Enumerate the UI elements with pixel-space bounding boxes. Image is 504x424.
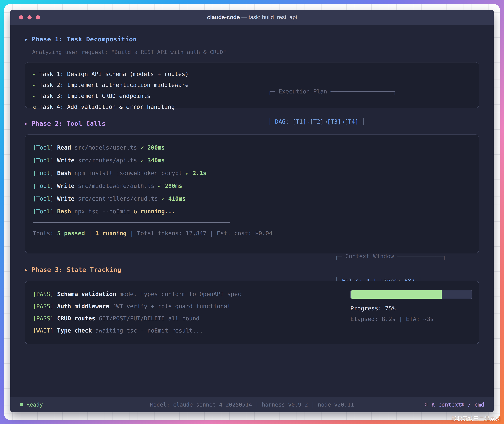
progress-elapsed: Elapsed: 8.2s | ETA: ~3s (350, 316, 472, 322)
title-bar: claude-code — task: build_rest_api (10, 10, 494, 25)
tools-summary-rest: | Total tokens: 12,847 | Est. cost: $0.0… (127, 230, 273, 237)
status-bar: Ready Model: claude-sonnet-4-20250514 | … (10, 397, 494, 412)
tool-result: ↻ running... (134, 208, 175, 215)
execution-plan-top-border: ┌─ Execution Plan ──────────────────┐ (268, 87, 396, 96)
tool-name: Write (57, 157, 74, 164)
terminal-content: ▶ Phase 1: Task Decomposition Analyzing … (10, 25, 494, 397)
check-status-tag: [WAIT] (33, 327, 54, 334)
check-detail: JWT verify + role guard functional (113, 303, 231, 310)
task-decomposition-panel: ✓Task 1: Design API schema (models + rou… (25, 62, 479, 108)
phase1-heading-label: Phase 1: Task Decomposition (32, 36, 137, 43)
tool-args: src/middleware/auth.ts (78, 182, 154, 189)
check-detail: awaiting tsc --noEmit result... (95, 327, 203, 334)
tool-tag: [Tool] (33, 208, 54, 215)
state-tracking-panel: [PASS] Schema validation model types con… (25, 281, 479, 344)
tool-call-row: [Tool] Read src/models/user.ts ✓ 200ms (33, 141, 479, 154)
tool-name: Bash (57, 208, 71, 215)
shortcut-cmd: ⌘ / cmd (461, 401, 484, 408)
tool-result: ✓ 280ms (158, 182, 182, 189)
window-minimize-button[interactable] (27, 15, 32, 19)
check-row: [WAIT] Type check awaiting tsc --noEmit … (33, 324, 479, 337)
check-name: Schema validation (57, 291, 116, 297)
progress-label: Progress: 75% (350, 305, 472, 312)
divider-line (33, 222, 230, 223)
check-status-tag: [PASS] (33, 303, 54, 310)
window-title: claude-code — task: build_rest_api (10, 14, 494, 20)
terminal-window: claude-code — task: build_rest_api ▶ Pha… (10, 10, 494, 412)
task-row: ✓Task 3: Implement CRUD endpoints (33, 90, 479, 101)
watermark-text: 版权沉默王二是条狗 (451, 415, 501, 423)
execution-plan-dag-line: │ DAG: [T1]→[T2]→[T3]→[T4] │ (268, 117, 396, 127)
phase2-heading: ▶ Phase 2: Tool Calls (25, 120, 479, 127)
phase1-heading: ▶ Phase 1: Task Decomposition (25, 36, 479, 43)
status-model-info: Model: claude-sonnet-4-20250514 | harnes… (10, 401, 494, 408)
task-status-icon: ✓ (33, 82, 36, 88)
task-label: Task 4: Add validation & error handling (39, 104, 175, 110)
tool-call-row: [Tool] Bash npm install jsonwebtoken bcr… (33, 167, 479, 180)
tool-tag: [Tool] (33, 144, 54, 151)
dag-value: DAG: [T1]→[T2]→[T3]→[T4] (272, 118, 362, 125)
tool-call-row: [Tool] Write src/middleware/auth.ts ✓ 28… (33, 180, 479, 192)
app-name: claude-code (207, 14, 240, 20)
task-status-icon: ↻ (33, 104, 36, 110)
tool-name: Write (57, 182, 74, 189)
task-status-icon: ✓ (33, 93, 36, 99)
task-row: ↻Task 4: Add validation & error handling (33, 101, 479, 112)
check-detail: GET/POST/PUT/DELETE all bound (99, 315, 200, 322)
tool-tag: [Tool] (33, 182, 54, 189)
progress-group: Progress: 75% Elapsed: 8.2s | ETA: ~3s (350, 290, 472, 322)
tool-args: npx tsc --noEmit (74, 208, 130, 215)
check-status-tag: [PASS] (33, 315, 54, 322)
check-name: Auth middleware (57, 303, 109, 310)
tool-call-row: [Tool] Write src/routes/api.ts ✓ 340ms (33, 154, 479, 167)
tool-result: ✓ 340ms (140, 157, 165, 164)
check-status-tag: [PASS] (33, 291, 54, 297)
tool-name: Bash (57, 170, 71, 176)
progress-bar-fill (351, 290, 442, 299)
check-detail: model types conform to OpenAPI spec (120, 291, 241, 297)
check-name: Type check (57, 327, 92, 334)
tool-result: ✓ 200ms (140, 144, 165, 151)
tool-tag: [Tool] (33, 157, 54, 164)
tool-name: Write (57, 195, 74, 202)
tool-tag: [Tool] (33, 195, 54, 202)
keyboard-shortcuts: ⌘ K context⌘ / cmd (425, 401, 484, 408)
window-close-button[interactable] (19, 15, 23, 19)
tool-args: npm install jsonwebtoken bcrypt (74, 170, 182, 176)
tool-call-list: [Tool] Read src/models/user.ts ✓ 200ms [… (25, 135, 479, 218)
tool-tag: [Tool] (33, 170, 54, 176)
task-label: Task 3: Implement CRUD endpoints (39, 93, 151, 99)
check-name: CRUD routes (57, 315, 95, 322)
task-status-icon: ✓ (33, 71, 36, 77)
task-row: ✓Task 2: Implement authentication middle… (33, 80, 479, 90)
tool-call-row: [Tool] Bash npx tsc --noEmit ↻ running..… (33, 205, 479, 218)
tools-running-count: 1 running (95, 230, 127, 237)
task-name: — task: build_rest_api (240, 14, 297, 20)
tools-passed-count: 5 passed (57, 230, 85, 237)
tool-args: src/routes/api.ts (78, 157, 137, 164)
window-controls (19, 10, 40, 25)
task-list: ✓Task 1: Design API schema (models + rou… (25, 62, 479, 112)
phase1-subtitle: Analyzing user request: "Build a REST AP… (32, 49, 479, 55)
task-label: Task 2: Implement authentication middlew… (39, 82, 189, 88)
tool-name: Read (57, 144, 71, 151)
triangle-marker-icon: ▶ (25, 37, 28, 42)
tool-result: ✓ 410ms (161, 195, 186, 202)
shortcut-context: ⌘ K context (425, 401, 461, 408)
triangle-marker-icon: ▶ (25, 267, 28, 272)
phase2-heading-label: Phase 2: Tool Calls (32, 120, 106, 127)
context-window-top-border: ┌─ Context Window ─────────────┐ (335, 252, 446, 260)
tool-result: ✓ 2.1s (186, 170, 206, 176)
task-row: ✓Task 1: Design API schema (models + rou… (33, 69, 479, 80)
triangle-marker-icon: ▶ (25, 121, 28, 126)
task-label: Task 1: Design API schema (models + rout… (39, 71, 189, 77)
tool-calls-panel: [Tool] Read src/models/user.ts ✓ 200ms [… (25, 135, 479, 253)
tool-args: src/controllers/crud.ts (78, 195, 158, 202)
tool-args: src/models/user.ts (74, 144, 137, 151)
phase3-heading-label: Phase 3: State Tracking (32, 266, 121, 273)
tool-call-row: [Tool] Write src/controllers/crud.ts ✓ 4… (33, 192, 479, 205)
progress-bar (350, 290, 472, 299)
window-maximize-button[interactable] (36, 15, 40, 19)
